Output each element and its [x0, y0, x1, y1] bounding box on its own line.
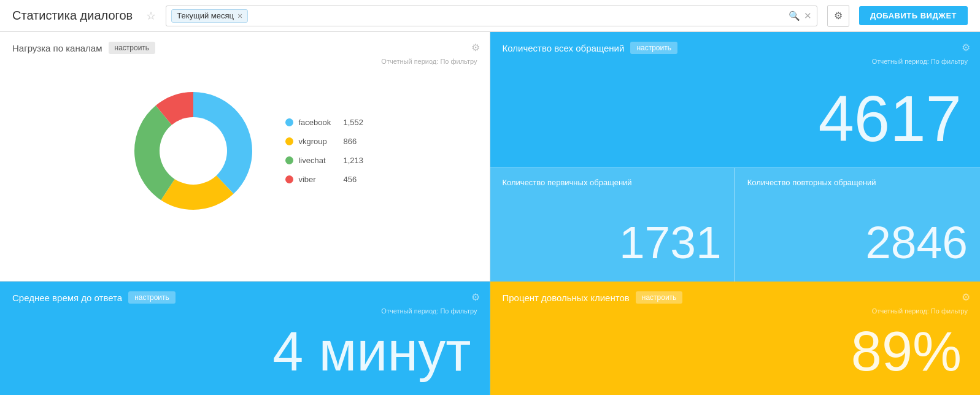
label-facebook: facebook [298, 118, 338, 127]
w1-header: Нагрузка по каналам настроить [12, 42, 477, 54]
donut-svg-v2 [126, 83, 261, 218]
primary-value: 1731 [503, 220, 722, 272]
svg-point-4 [160, 117, 227, 185]
filter-bar[interactable]: Текущий месяц × 🔍 ✕ [166, 6, 817, 26]
w4-gear-icon[interactable]: ⚙ [962, 291, 970, 303]
main-dashboard: Нагрузка по каналам настроить ⚙ Отчетный… [0, 32, 980, 395]
add-widget-button[interactable]: ДОБАВИТЬ ВИДЖЕТ [859, 6, 968, 25]
w1-period: Отчетный период: По фильтру [12, 58, 477, 65]
donut-chart-v2 [126, 83, 261, 218]
value-viber: 456 [343, 175, 357, 184]
w4-title: Процент довольных клиентов [503, 293, 630, 303]
avg-time-value-v2: 4 минут [12, 317, 477, 385]
label-viber: viber [298, 175, 338, 184]
star-icon[interactable]: ☆ [146, 9, 156, 23]
w3-configure-btn[interactable]: настроить [128, 291, 176, 304]
dot-facebook [285, 118, 293, 126]
widget-secondary-v2: Количество повторных обращений 2846 [735, 168, 980, 282]
w3-header: Среднее время до ответа настроить [12, 291, 477, 304]
filter-tag-close-icon[interactable]: × [237, 11, 242, 21]
w2-configure-btn[interactable]: настроить [630, 42, 677, 54]
satisfaction-value-v2: 89% [503, 317, 968, 385]
w2-header: Количество всех обращений настроить [503, 42, 968, 54]
primary-title: Количество первичных обращений [503, 178, 722, 187]
w4-period: Отчетный период: По фильтру [503, 307, 968, 315]
legend-viber: viber 456 [285, 175, 363, 184]
w1-title: Нагрузка по каналам [12, 43, 102, 53]
total-value-v2: 4617 [503, 67, 968, 157]
widget-satisfaction-v2: Процент довольных клиентов настроить ⚙ О… [490, 282, 981, 395]
widget-total-v2: Количество всех обращений настроить ⚙ От… [490, 32, 981, 168]
legend-livechat: livechat 1,213 [285, 156, 363, 165]
value-livechat: 1,213 [343, 156, 363, 165]
filter-tag[interactable]: Текущий месяц × [171, 9, 248, 23]
w1-gear-icon[interactable]: ⚙ [471, 42, 480, 53]
w2-period: Отчетный период: По фильтру [503, 58, 968, 65]
page-title: Статистика диалогов [12, 9, 133, 23]
w4-header: Процент довольных клиентов настроить [503, 291, 968, 304]
w3-title: Среднее время до ответа [12, 293, 122, 303]
w1-configure-btn[interactable]: настроить [109, 42, 156, 54]
right-column: Количество всех обращений настроить ⚙ От… [490, 32, 981, 395]
w2-title: Количество всех обращений [503, 43, 625, 53]
widget-primary-v2: Количество первичных обращений 1731 [490, 168, 735, 282]
label-vkgroup: vkgroup [298, 137, 338, 146]
value-facebook: 1,552 [343, 118, 363, 127]
left-column: Нагрузка по каналам настроить ⚙ Отчетный… [0, 32, 490, 395]
secondary-value: 2846 [747, 220, 968, 272]
w4-configure-btn[interactable]: настроить [636, 291, 683, 304]
w2-gear-icon[interactable]: ⚙ [962, 42, 970, 53]
w3-period: Отчетный период: По фильтру [12, 307, 477, 315]
search-icon: 🔍 [789, 10, 800, 21]
w1-body: facebook 1,552 vkgroup 866 livechat 1,21… [12, 71, 477, 231]
legend-v2: facebook 1,552 vkgroup 866 livechat 1,21… [285, 118, 363, 184]
filter-tag-label: Текущий месяц [177, 11, 234, 20]
secondary-title: Количество повторных обращений [747, 178, 968, 187]
dot-vkgroup [285, 137, 293, 145]
header-settings-button[interactable]: ⚙ [827, 5, 849, 27]
w3-gear-icon[interactable]: ⚙ [471, 291, 480, 303]
legend-facebook: facebook 1,552 [285, 118, 363, 127]
widget-primary-secondary: Количество первичных обращений 1731 Коли… [490, 168, 981, 282]
value-vkgroup: 866 [343, 137, 357, 146]
widget-channel-load-v2: Нагрузка по каналам настроить ⚙ Отчетный… [0, 32, 490, 282]
clear-filter-icon[interactable]: ✕ [804, 10, 812, 21]
dot-viber [285, 175, 293, 183]
widget-avg-time-v2: Среднее время до ответа настроить ⚙ Отче… [0, 282, 490, 395]
gear-icon: ⚙ [834, 10, 843, 21]
dot-livechat [285, 156, 293, 164]
label-livechat: livechat [298, 156, 338, 165]
legend-vkgroup: vkgroup 866 [285, 137, 363, 146]
header: Статистика диалогов ☆ Текущий месяц × 🔍 … [0, 0, 980, 32]
